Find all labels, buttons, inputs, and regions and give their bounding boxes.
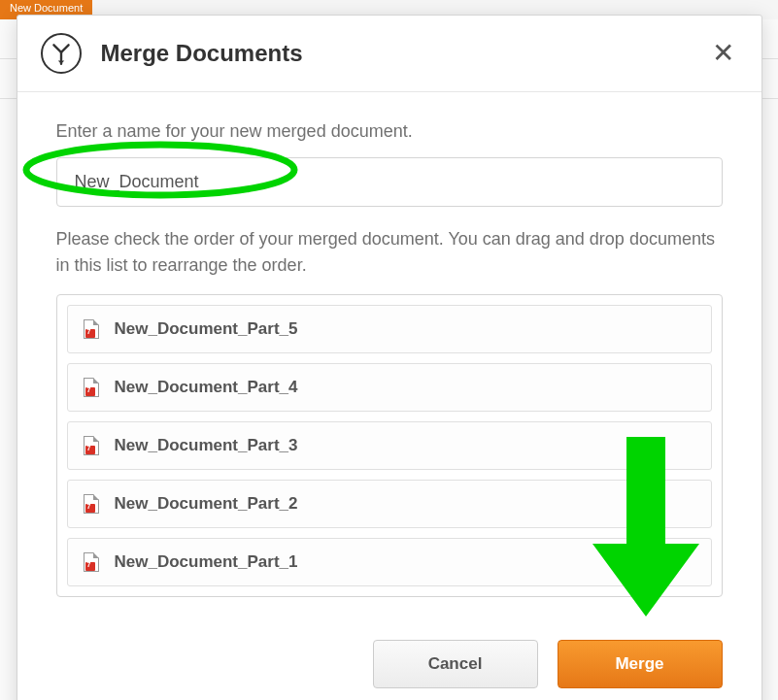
document-icon [84,378,99,397]
document-name: New_Document_Part_3 [115,436,298,455]
document-name: New_Document_Part_4 [115,378,298,397]
merge-button[interactable]: Merge [558,640,723,688]
document-list: New_Document_Part_5 New_Document_Part_4 … [56,294,723,597]
document-name: New_Document_Part_5 [115,319,298,339]
modal-overlay: Merge Documents ✕ Enter a name for your … [0,0,778,700]
merge-icon [41,33,82,74]
close-button[interactable]: ✕ [708,40,738,67]
name-prompt-text: Enter a name for your new merged documen… [56,121,723,142]
modal-footer: Cancel Merge [17,617,761,700]
document-icon [84,436,99,455]
list-item[interactable]: New_Document_Part_3 [67,421,712,470]
list-item[interactable]: New_Document_Part_4 [67,363,712,412]
close-icon: ✕ [712,38,734,68]
document-name-input[interactable] [56,157,723,207]
list-item[interactable]: New_Document_Part_1 [67,538,712,586]
modal-body: Enter a name for your new merged documen… [17,92,761,617]
document-icon [84,552,99,572]
list-item[interactable]: New_Document_Part_2 [67,480,712,528]
document-icon [84,319,99,339]
document-icon [84,494,99,514]
list-item[interactable]: New_Document_Part_5 [67,305,712,353]
modal-header: Merge Documents ✕ [17,16,761,92]
document-name: New_Document_Part_1 [115,552,298,572]
document-name: New_Document_Part_2 [115,494,298,514]
merge-documents-modal: Merge Documents ✕ Enter a name for your … [17,15,762,700]
modal-title: Merge Documents [101,40,708,67]
cancel-button[interactable]: Cancel [373,640,538,688]
order-prompt-text: Please check the order of your merged do… [56,226,723,279]
